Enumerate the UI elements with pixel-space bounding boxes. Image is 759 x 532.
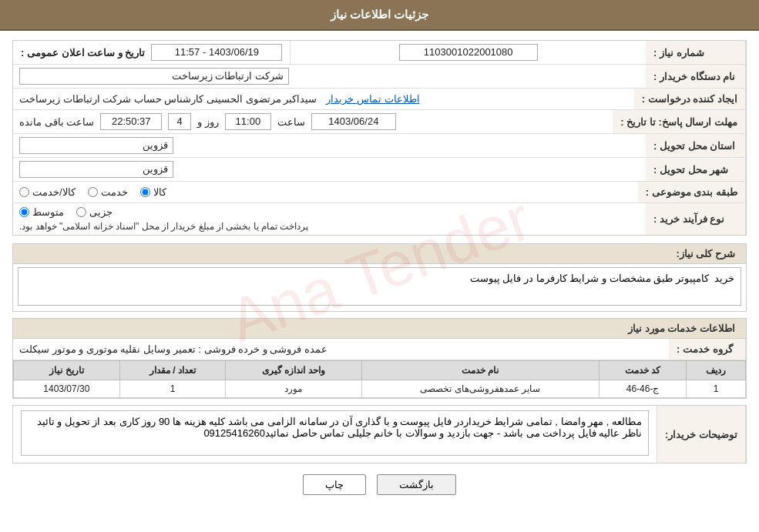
contact-link[interactable]: اطلاعات تماس خریدار bbox=[326, 93, 419, 105]
row-province: استان محل تحویل : قزوین bbox=[13, 134, 746, 158]
page-container: جزئیات اطلاعات نیاز Ana Tender شماره نیا… bbox=[0, 0, 759, 532]
value-province: قزوین bbox=[13, 134, 646, 157]
row-creator: ایجاد کننده درخواست : اطلاعات تماس خریدا… bbox=[13, 89, 746, 110]
radio-kala-khedmat-input[interactable] bbox=[19, 187, 29, 197]
deadline-days: 4 bbox=[168, 113, 191, 130]
radio-motaset: متوسط bbox=[19, 206, 64, 218]
value-city: قزوین bbox=[13, 158, 646, 181]
radio-khedmat-label: خدمت bbox=[101, 186, 128, 198]
radio-motaset-label: متوسط bbox=[32, 206, 64, 218]
radio-khedmat: خدمت bbox=[88, 186, 128, 198]
row-reply-deadline: مهلت ارسال پاسخ: تا تاریخ : 1403/06/24 س… bbox=[13, 110, 746, 134]
city-box: قزوین bbox=[19, 161, 173, 178]
value-reply-deadline: 1403/06/24 ساعت 11:00 روز و 4 22:50:37 bbox=[13, 110, 613, 133]
value-purchase-type: متوسط جزیی پرداخت تمام یا بخشی از مبلغ خ… bbox=[13, 203, 646, 235]
row-buyer-org: نام دستگاه خریدار : شرکت ارتباطات زیرساخ… bbox=[13, 65, 746, 89]
table-head: ردیف کد خدمت نام خدمت واحد اندازه گیری ت… bbox=[14, 361, 746, 380]
buyer-notes-section: توضیحات خریدار: bbox=[12, 405, 747, 463]
value-group: عمده فروشی و خرده فروشی : تعمیر وسایل نق… bbox=[13, 339, 669, 360]
label-creator: ایجاد کننده درخواست : bbox=[634, 89, 746, 109]
row-category: طبقه بندی موضوعی : کالا/خدمت خدمت کالا bbox=[13, 182, 746, 203]
deadline-remaining: 22:50:37 bbox=[100, 113, 162, 130]
services-section: اطلاعات خدمات مورد نیاز گروه خدمت : عمده… bbox=[12, 318, 747, 399]
cell-row: 1 bbox=[687, 380, 746, 398]
page-header: جزئیات اطلاعات نیاز bbox=[0, 0, 759, 31]
label-buyer-notes: توضیحات خریدار: bbox=[657, 406, 746, 463]
col-header-code: کد خدمت bbox=[599, 361, 687, 380]
deadline-time-label: ساعت bbox=[277, 116, 305, 128]
main-info-section: شماره نیاز : 1103001022001080 1403/06/19… bbox=[12, 40, 747, 236]
category-radio-group: کالا/خدمت خدمت کالا bbox=[19, 186, 166, 198]
table-header-row: ردیف کد خدمت نام خدمت واحد اندازه گیری ت… bbox=[14, 361, 746, 380]
radio-kala-input[interactable] bbox=[140, 187, 150, 197]
service-table: ردیف کد خدمت نام خدمت واحد اندازه گیری ت… bbox=[13, 360, 746, 398]
label-province: استان محل تحویل : bbox=[646, 134, 746, 157]
radio-khedmat-input[interactable] bbox=[88, 187, 98, 197]
col-header-quantity: تعداد / مقدار bbox=[119, 361, 226, 380]
page-title: جزئیات اطلاعات نیاز bbox=[331, 8, 428, 21]
announce-date-area: 1403/06/19 - 11:57 تاریخ و ساعت اعلان عم… bbox=[13, 41, 290, 64]
label-city: شهر محل تحویل : bbox=[646, 158, 746, 181]
label-group: گروه خدمت : bbox=[669, 339, 746, 360]
creator-name: سیداکبر مرتضوی الحسینی کارشناس حساب شرکت… bbox=[19, 93, 317, 105]
value-creator: اطلاعات تماس خریدار سیداکبر مرتضوی الحسی… bbox=[13, 89, 634, 109]
radio-kala-khedmat: کالا/خدمت bbox=[19, 186, 76, 198]
radio-jozi-input[interactable] bbox=[76, 207, 86, 217]
cell-name: سایر عمدهفروشی‌های تخصصی bbox=[361, 380, 599, 398]
need-number-box: 1103001022001080 bbox=[399, 44, 538, 61]
description-section: شرح کلی نیاز: bbox=[12, 243, 747, 312]
cell-date: 1403/07/30 bbox=[14, 380, 120, 398]
services-title: اطلاعات خدمات مورد نیاز bbox=[12, 318, 747, 338]
print-button[interactable]: چاپ bbox=[303, 474, 366, 495]
col-header-unit: واحد اندازه گیری bbox=[226, 361, 361, 380]
description-box bbox=[12, 263, 747, 312]
buttons-row: بازگشت چاپ bbox=[12, 474, 747, 495]
col-header-row: ردیف bbox=[687, 361, 746, 380]
label-buyer-org: نام دستگاه خریدار : bbox=[646, 65, 746, 88]
row-purchase-type: نوع فرآیند خرید : متوسط جزیی پرداخت تمام… bbox=[13, 203, 746, 235]
radio-kala-label: کالا bbox=[153, 186, 166, 198]
radio-kala-khedmat-label: کالا/خدمت bbox=[32, 186, 76, 198]
deadline-day-label: روز و bbox=[197, 116, 219, 128]
row-group: گروه خدمت : عمده فروشی و خرده فروشی : تع… bbox=[13, 339, 746, 360]
deadline-date: 1403/06/24 bbox=[311, 113, 396, 130]
radio-kala: کالا bbox=[140, 186, 166, 198]
radio-jozi: جزیی bbox=[76, 206, 113, 218]
table-row: 1 ج-46-46 سایر عمدهفروشی‌های تخصصی مورد … bbox=[14, 380, 746, 398]
radio-jozi-label: جزیی bbox=[89, 206, 113, 218]
description-textarea[interactable] bbox=[18, 267, 741, 306]
description-title: شرح کلی نیاز: bbox=[12, 243, 747, 263]
radio-motaset-input[interactable] bbox=[19, 207, 29, 217]
content-area: Ana Tender شماره نیاز : 1103001022001080… bbox=[0, 31, 759, 509]
buyer-notes-textarea[interactable] bbox=[21, 410, 649, 456]
row-city: شهر محل تحویل : قزوین bbox=[13, 158, 746, 182]
col-header-date: تاریخ نیاز bbox=[14, 361, 120, 380]
province-box: قزوین bbox=[19, 137, 173, 154]
cell-unit: مورد bbox=[226, 380, 361, 398]
cell-code: ج-46-46 bbox=[599, 380, 687, 398]
cell-quantity: 1 bbox=[119, 380, 226, 398]
services-box: گروه خدمت : عمده فروشی و خرده فروشی : تع… bbox=[12, 338, 747, 399]
col-header-name: نام خدمت bbox=[361, 361, 599, 380]
label-reply-deadline: مهلت ارسال پاسخ: تا تاریخ : bbox=[613, 110, 746, 133]
buyer-org-box: شرکت ارتباطات زیرساخت bbox=[19, 68, 289, 85]
label-purchase-type: نوع فرآیند خرید : bbox=[646, 203, 746, 235]
label-announce-date: تاریخ و ساعت اعلان عمومی : bbox=[21, 47, 145, 59]
row-need-number: شماره نیاز : 1103001022001080 1403/06/19… bbox=[13, 41, 746, 65]
purchase-type-description: پرداخت تمام یا بخشی از مبلغ خریدار از مح… bbox=[19, 221, 308, 232]
label-category: طبقه بندی موضوعی : bbox=[638, 182, 746, 202]
value-need-number: 1103001022001080 bbox=[290, 41, 646, 64]
deadline-remaining-label: ساعت باقی مانده bbox=[19, 116, 94, 128]
value-buyer-org: شرکت ارتباطات زیرساخت bbox=[13, 65, 646, 88]
back-button[interactable]: بازگشت bbox=[377, 474, 456, 495]
value-buyer-notes bbox=[13, 406, 657, 463]
announce-date-box: 1403/06/19 - 11:57 bbox=[151, 44, 282, 61]
table-body: 1 ج-46-46 سایر عمدهفروشی‌های تخصصی مورد … bbox=[14, 380, 746, 398]
deadline-time: 11:00 bbox=[225, 113, 271, 130]
purchase-type-radio-group: متوسط جزیی bbox=[19, 206, 113, 218]
description-textarea-container bbox=[13, 264, 746, 311]
value-category: کالا/خدمت خدمت کالا bbox=[13, 182, 638, 202]
deadline-row: 1403/06/24 ساعت 11:00 روز و 4 22:50:37 bbox=[19, 113, 396, 130]
label-need-number: شماره نیاز : bbox=[646, 41, 746, 64]
